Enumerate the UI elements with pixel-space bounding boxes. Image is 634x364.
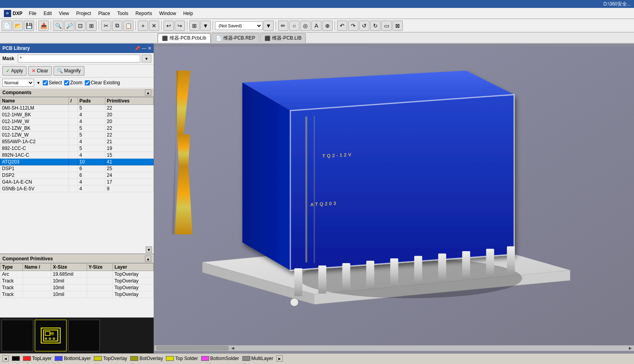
svg-point-5	[45, 338, 47, 339]
toolbar-copy[interactable]: ⧉	[112, 21, 122, 31]
toolbar-redo[interactable]: ↪	[175, 21, 185, 31]
toolbar-add[interactable]: +	[138, 21, 148, 31]
component-row[interactable]: 892N-1AC-C 4 15	[0, 152, 154, 159]
clear-existing-checkbox-label[interactable]: Clear Existing	[85, 80, 120, 85]
toolbar-import[interactable]: 📥	[38, 21, 49, 31]
toolbar-area[interactable]: ⊞	[86, 21, 97, 31]
toolbar-undo[interactable]: ↩	[164, 21, 174, 31]
primitive-row[interactable]: Arc 19.685mil TopOverlay	[0, 271, 154, 278]
toolbar-zoomout[interactable]: 🔎	[64, 21, 74, 31]
toolbar-saved-state[interactable]: (Not Saved)	[215, 21, 263, 30]
prim-col-name[interactable]: Name /	[23, 264, 51, 271]
scrollbar-thumb[interactable]	[156, 346, 228, 350]
component-row[interactable]: 012-1HW_BK 4 20	[0, 112, 154, 118]
zoom-checkbox[interactable]	[64, 80, 69, 85]
prim-col-xsize[interactable]: X-Size	[51, 264, 87, 271]
zoom-checkbox-label[interactable]: Zoom	[64, 80, 82, 85]
menu-tools[interactable]: Tools	[114, 10, 131, 17]
thumb-empty-2[interactable]	[68, 320, 100, 351]
toolbar-paste[interactable]: 📋	[123, 21, 133, 31]
component-row[interactable]: 012-1ZW_W 5 22	[0, 132, 154, 138]
status-scroll-left[interactable]: ◄	[2, 355, 9, 362]
tab-rep[interactable]: 📄 维器-PCB.REP	[211, 33, 260, 43]
filter-mode-select[interactable]: Normal Advanced	[2, 79, 34, 87]
toolbar-save[interactable]: 💾	[24, 21, 34, 31]
menu-edit[interactable]: Edit	[40, 10, 55, 17]
toolbar-pencil[interactable]: ✏	[278, 21, 288, 31]
menu-file[interactable]: File	[26, 10, 40, 17]
col-sort[interactable]: /	[69, 97, 78, 105]
select-checkbox[interactable]	[43, 80, 48, 85]
dxp-menu[interactable]: D DXP	[2, 9, 25, 18]
toolbar-r3[interactable]: ↺	[359, 21, 369, 31]
prim-col-layer[interactable]: Layer	[113, 264, 154, 271]
component-row[interactable]: DSP1 6 25	[0, 165, 154, 172]
menu-window[interactable]: Window	[156, 10, 179, 17]
col-primitives[interactable]: Primitives	[105, 97, 153, 105]
primitives-scroll-up[interactable]: ▲	[145, 256, 151, 262]
viewport[interactable]: TQ2-12V ATQ203	[154, 44, 634, 353]
magnify-button[interactable]: 🔍 Magnify	[53, 66, 84, 76]
menu-view[interactable]: View	[56, 10, 72, 17]
clear-existing-checkbox[interactable]	[85, 80, 90, 85]
tab-pcblib[interactable]: ⬛ 维器-PCB.PcbLib	[158, 33, 211, 43]
status-scroll-right[interactable]: ►	[276, 355, 283, 362]
toolbar-r4[interactable]: ↻	[370, 21, 381, 31]
tab-lib-icon: ⬛	[265, 36, 270, 41]
toolbar-open[interactable]: 📂	[13, 21, 23, 31]
panel-minimize[interactable]: —	[142, 46, 146, 51]
primitive-row[interactable]: Track 10mil TopOverlay	[0, 284, 154, 291]
menu-help[interactable]: Help	[180, 10, 196, 17]
toolbar-new[interactable]: 📄	[2, 21, 12, 31]
clear-button[interactable]: ✕ Clear	[28, 66, 52, 76]
component-row[interactable]: 855AWP-1A-C2 4 21	[0, 138, 154, 145]
component-row[interactable]: ATQ203 10 41	[0, 159, 154, 165]
select-checkbox-label[interactable]: Select	[43, 80, 62, 85]
primitive-row[interactable]: Track 10mil TopOverlay	[0, 291, 154, 298]
component-row[interactable]: 012-1ZW_BK 5 22	[0, 125, 154, 132]
toolbar-r2[interactable]: ↷	[348, 21, 358, 31]
components-table-container[interactable]: Name / Pads Primitives 0MI-SH-112LM 5 22…	[0, 97, 154, 246]
panel-pin[interactable]: 📌	[135, 46, 140, 51]
primitives-table-container[interactable]: Type Name / X-Size Y-Size Layer Arc 19.6…	[0, 263, 154, 317]
component-row[interactable]: DSP2 6 24	[0, 172, 154, 179]
menu-place[interactable]: Place	[95, 10, 113, 17]
toolbar-target[interactable]: ◎	[300, 21, 310, 31]
menu-project[interactable]: Project	[73, 10, 94, 17]
panel-close[interactable]: ✕	[148, 46, 151, 51]
component-row[interactable]: 892-1CC-C 5 19	[0, 145, 154, 152]
toolbar-zoomin[interactable]: 🔍	[53, 21, 63, 31]
toolbar-coords[interactable]: ⊕	[322, 21, 333, 31]
primitive-row[interactable]: Track 10mil TopOverlay	[0, 278, 154, 284]
toolbar-fit[interactable]: ⊡	[75, 21, 86, 31]
component-row[interactable]: G4A-1A-E-CN 4 17	[0, 179, 154, 186]
menu-reports[interactable]: Reports	[132, 10, 155, 17]
prim-col-ysize[interactable]: Y-Size	[87, 264, 113, 271]
mask-dropdown[interactable]: ▼	[142, 55, 151, 63]
tab-lib[interactable]: ⬛ 维器-PCB.LIB	[260, 33, 306, 43]
toolbar-r1[interactable]: ↶	[337, 21, 347, 31]
toolbar-cross[interactable]: ✕	[149, 21, 159, 31]
toolbar-mirror[interactable]: ▭	[381, 21, 392, 31]
components-scroll-up[interactable]: ▲	[145, 89, 151, 96]
toolbar-circle[interactable]: ○	[289, 21, 299, 31]
col-pads[interactable]: Pads	[78, 97, 105, 105]
component-row[interactable]: 0MI-SH-112LM 5 22	[0, 105, 154, 112]
toolbar-saved-drop[interactable]: ▼	[263, 21, 274, 31]
component-row[interactable]: G5NB-1A-E-5V 4 9	[0, 186, 154, 192]
mask-input[interactable]	[18, 55, 140, 63]
component-row[interactable]: 012-1HW_W 4 20	[0, 118, 154, 125]
toolbar-text[interactable]: A	[311, 21, 322, 31]
col-name[interactable]: Name	[0, 97, 69, 105]
prim-col-type[interactable]: Type	[0, 264, 23, 271]
toolbar-grid[interactable]: ⊞	[189, 21, 200, 31]
thumb-pcb[interactable]	[35, 320, 67, 351]
toolbar-cut[interactable]: ✂	[101, 21, 111, 31]
components-scroll-down[interactable]: ▼	[146, 246, 152, 253]
comp-sort	[69, 105, 78, 112]
thumb-empty-1[interactable]	[2, 320, 33, 351]
primitives-header-row: Type Name / X-Size Y-Size Layer	[0, 264, 154, 271]
toolbar-3d[interactable]: ⊠	[392, 21, 403, 31]
apply-button[interactable]: ✓ Apply	[2, 66, 27, 76]
toolbar-grid-drop[interactable]: ▼	[200, 21, 211, 31]
